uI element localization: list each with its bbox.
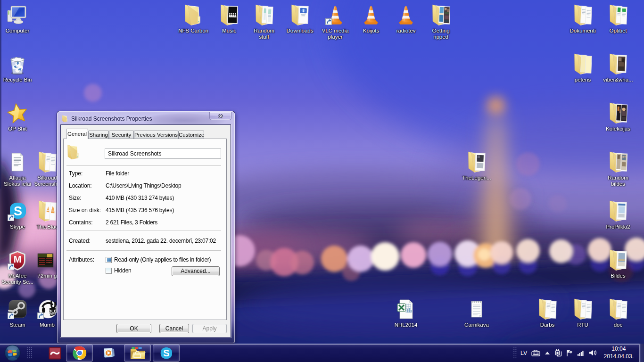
svg-text:S: S (14, 204, 22, 218)
svg-text:BLE: BLE (49, 309, 57, 313)
svg-text:M: M (14, 254, 22, 264)
svg-text:S: S (163, 348, 169, 358)
